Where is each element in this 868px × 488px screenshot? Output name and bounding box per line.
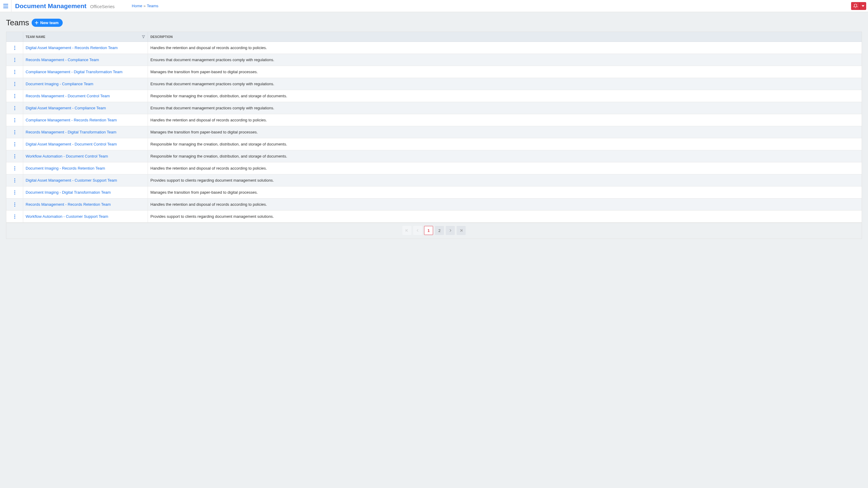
team-name-link[interactable]: Workflow Automation - Document Control T… [26,154,108,158]
team-name-link[interactable]: Document Imaging - Compliance Team [26,82,93,86]
hamburger-icon [3,4,8,8]
svg-point-7 [14,49,15,50]
team-name-link[interactable]: Workflow Automation - Customer Support T… [26,214,108,219]
table-header-name[interactable]: Team Name [23,32,148,41]
svg-point-16 [14,85,15,86]
row-menu-button[interactable] [14,178,16,183]
row-menu-button[interactable] [14,118,16,122]
page-number-button[interactable]: 1 [424,226,433,235]
team-name-cell: Document Imaging - Compliance Team [23,78,148,90]
row-menu-button[interactable] [14,142,16,147]
table-row: Digital Asset Management - Compliance Te… [6,102,862,114]
page-last-icon [459,229,463,232]
team-name-link[interactable]: Digital Asset Management - Records Reten… [26,45,118,50]
row-menu-button[interactable] [14,190,16,195]
kebab-icon [14,58,16,62]
team-name-cell: Document Imaging - Records Retention Tea… [23,162,148,174]
team-description-text: Handles the retention and disposal of re… [150,166,267,170]
page-prev-button [413,226,422,235]
kebab-icon [14,154,16,158]
kebab-icon [14,106,16,110]
team-name-link[interactable]: Records Management - Document Control Te… [26,94,110,98]
row-menu-button[interactable] [14,106,16,110]
notifications-button[interactable] [851,2,860,10]
team-description-cell: Handles the retention and disposal of re… [148,162,862,174]
table-row: Workflow Automation - Customer Support T… [6,210,862,223]
table-row: Document Imaging - Compliance TeamEnsure… [6,78,862,90]
row-menu-button[interactable] [14,82,16,86]
team-description-cell: Responsible for managing the creation, d… [148,138,862,150]
chevron-left-icon [416,229,420,232]
team-name-link[interactable]: Records Management - Digital Transformat… [26,130,116,134]
row-menu-button[interactable] [14,130,16,134]
page-next-button[interactable] [446,226,455,235]
svg-point-35 [14,166,15,167]
kebab-icon [14,178,16,183]
svg-point-19 [14,97,15,98]
svg-point-48 [14,216,15,217]
team-description-text: Ensures that document management practic… [150,58,274,62]
svg-point-34 [14,157,15,158]
team-name-link[interactable]: Document Imaging - Records Retention Tea… [26,166,105,170]
table-row: Records Management - Records Retention T… [6,198,862,210]
team-description-text: Ensures that document management practic… [150,106,274,110]
team-description-cell: Ensures that document management practic… [148,102,862,114]
table-header-desc-label: Description [150,35,173,38]
team-description-text: Responsible for managing the creation, d… [150,94,287,98]
table-header-actions [6,32,23,41]
kebab-icon [14,190,16,195]
svg-point-22 [14,109,15,110]
row-actions-cell [6,54,23,66]
team-name-link[interactable]: Records Management - Records Retention T… [26,202,111,207]
svg-point-28 [14,133,15,134]
new-team-button[interactable]: New team [32,19,63,27]
breadcrumb-current-link[interactable]: Teams [147,4,158,8]
row-actions-cell [6,114,23,126]
svg-point-10 [14,61,15,62]
team-name-link[interactable]: Compliance Management - Records Retentio… [26,118,117,122]
team-name-link[interactable]: Digital Asset Management - Compliance Te… [26,106,106,110]
row-menu-button[interactable] [14,70,16,74]
row-menu-button[interactable] [14,215,16,219]
kebab-icon [14,82,16,86]
team-name-link[interactable]: Digital Asset Management - Document Cont… [26,142,117,147]
team-description-text: Handles the retention and disposal of re… [150,202,267,207]
page-last-button[interactable] [457,226,466,235]
svg-point-26 [14,130,15,131]
user-menu-button[interactable] [860,2,866,10]
main-content: Teams New team Team Name Descrip [0,12,868,245]
breadcrumb-home-link[interactable]: Home [132,4,142,8]
row-menu-button[interactable] [14,166,16,170]
brand-title[interactable]: Document Management [15,2,87,10]
table-row: Records Management - Compliance TeamEnsu… [6,54,862,66]
team-name-link[interactable]: Digital Asset Management - Customer Supp… [26,178,117,183]
row-actions-cell [6,174,23,186]
table-row: Digital Asset Management - Document Cont… [6,138,862,150]
row-menu-button[interactable] [14,202,16,207]
row-menu-button[interactable] [14,58,16,62]
row-menu-button[interactable] [14,94,16,98]
team-name-cell: Records Management - Digital Transformat… [23,126,148,138]
filter-icon[interactable] [142,35,145,38]
kebab-icon [14,46,16,50]
svg-point-17 [14,94,15,95]
row-menu-button[interactable] [14,46,16,50]
team-name-link[interactable]: Document Imaging - Digital Transformatio… [26,190,111,195]
team-name-link[interactable]: Compliance Management - Digital Transfor… [26,70,122,74]
team-description-cell: Manages the transition from paper-based … [148,126,862,138]
page-number-button[interactable]: 2 [435,226,444,235]
menu-toggle-button[interactable] [0,0,11,12]
team-description-text: Ensures that document management practic… [150,82,274,86]
table-header-description[interactable]: Description [148,32,862,41]
table-row: Document Imaging - Digital Transformatio… [6,187,862,198]
svg-point-31 [14,145,15,146]
svg-point-49 [14,218,15,218]
team-name-cell: Document Imaging - Digital Transformatio… [23,187,148,198]
row-menu-button[interactable] [14,154,16,158]
svg-point-39 [14,180,15,181]
team-description-cell: Ensures that document management practic… [148,78,862,90]
svg-point-27 [14,132,15,133]
table-row: Digital Asset Management - Records Reten… [6,42,862,54]
page-title: Teams [6,18,29,27]
team-name-link[interactable]: Records Management - Compliance Team [26,58,99,62]
